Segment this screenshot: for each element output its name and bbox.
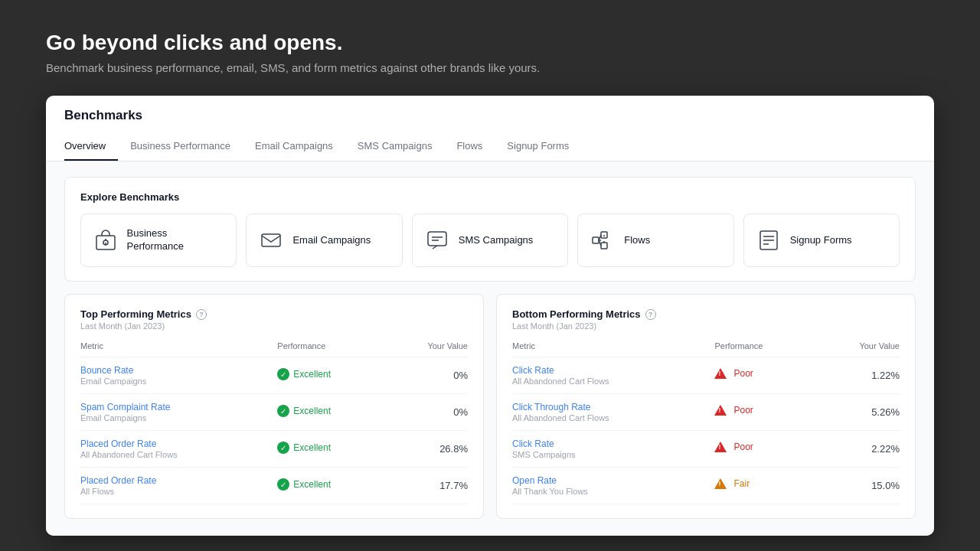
top-metrics-panel: Top Performing Metrics ? Last Month (Jan…	[64, 294, 484, 519]
explore-section: Explore Benchmarks Business Performance	[64, 177, 916, 282]
tab-signup-forms[interactable]: Signup Forms	[495, 134, 581, 161]
top-metrics-table: Metric Performance Your Value Bounce Rat…	[80, 341, 468, 504]
warning-red-icon	[714, 405, 727, 416]
signup-forms-label: Signup Forms	[790, 234, 852, 247]
email-campaigns-icon	[257, 227, 285, 254]
explore-card-sms-campaigns[interactable]: SMS Campaigns	[412, 214, 568, 267]
check-icon: ✓	[277, 478, 289, 491]
bottom-performance-3: Poor	[714, 431, 815, 468]
top-metrics-title: Top Performing Metrics ?	[80, 308, 468, 320]
window-title: Benchmarks	[64, 108, 916, 123]
business-performance-label: Business Performance	[126, 227, 225, 253]
top-metrics-period: Last Month (Jan 2023)	[80, 321, 468, 331]
svg-rect-8	[601, 243, 607, 249]
bottom-metrics-panel: Bottom Performing Metrics ? Last Month (…	[496, 294, 916, 519]
tab-flows[interactable]: Flows	[444, 134, 495, 161]
top-value-3: 26.8%	[386, 431, 468, 468]
top-value-2: 0%	[386, 394, 468, 431]
bottom-performance-4: Fair	[714, 468, 815, 504]
table-row: Placed Order Rate All Flows ✓ Excellent …	[80, 468, 468, 504]
warning-yellow-icon	[714, 478, 727, 489]
check-icon: ✓	[277, 405, 289, 417]
table-row: Click Rate All Abandoned Cart Flows Poor…	[512, 357, 900, 394]
bottom-value-3: 2.22%	[815, 431, 900, 468]
top-metric-3: Placed Order Rate All Abandoned Cart Flo…	[80, 431, 277, 468]
bottom-col-metric: Metric	[512, 341, 714, 357]
table-row: Click Rate SMS Campaigns Poor 2.22%	[512, 431, 900, 468]
top-metrics-info-icon[interactable]: ?	[196, 309, 207, 320]
explore-card-signup-forms[interactable]: Signup Forms	[743, 214, 900, 267]
svg-rect-6	[593, 237, 599, 243]
sms-campaigns-label: SMS Campaigns	[459, 234, 534, 247]
tab-email-campaigns[interactable]: Email Campaigns	[243, 134, 345, 161]
metrics-row: Top Performing Metrics ? Last Month (Jan…	[64, 294, 916, 519]
top-performance-1: ✓ Excellent	[277, 357, 386, 394]
check-icon: ✓	[277, 368, 289, 380]
table-row: Spam Complaint Rate Email Campaigns ✓ Ex…	[80, 394, 468, 431]
window-header: Benchmarks Overview Business Performance…	[46, 96, 934, 161]
bottom-metrics-table: Metric Performance Your Value Click Rate…	[512, 341, 900, 504]
window-body: Explore Benchmarks Business Performance	[46, 161, 934, 536]
bottom-metrics-info-icon[interactable]: ?	[645, 309, 656, 320]
email-campaigns-label: Email Campaigns	[292, 234, 371, 247]
bottom-metric-3: Click Rate SMS Campaigns	[512, 431, 714, 468]
bottom-value-1: 1.22%	[815, 357, 900, 394]
tab-sms-campaigns[interactable]: SMS Campaigns	[345, 134, 445, 161]
top-col-value: Your Value	[386, 341, 468, 357]
top-metric-2: Spam Complaint Rate Email Campaigns	[80, 394, 277, 431]
bottom-metric-4: Open Rate All Thank You Flows	[512, 468, 714, 504]
hero-title: Go beyond clicks and opens.	[46, 31, 934, 55]
flows-label: Flows	[624, 234, 650, 247]
business-performance-icon	[92, 227, 119, 254]
hero-subtitle: Benchmark business performance, email, S…	[46, 61, 934, 74]
top-performance-3: ✓ Excellent	[277, 431, 386, 468]
bottom-metrics-title: Bottom Performing Metrics ?	[512, 308, 900, 320]
bottom-metric-1: Click Rate All Abandoned Cart Flows	[512, 357, 714, 394]
app-window: Benchmarks Overview Business Performance…	[46, 96, 934, 536]
explore-card-business-performance[interactable]: Business Performance	[80, 214, 237, 267]
bottom-metrics-period: Last Month (Jan 2023)	[512, 321, 900, 331]
bottom-value-2: 5.26%	[815, 394, 900, 431]
top-metric-1: Bounce Rate Email Campaigns	[80, 357, 277, 394]
flows-icon	[589, 227, 616, 254]
table-row: Bounce Rate Email Campaigns ✓ Excellent …	[80, 357, 468, 394]
table-row: Open Rate All Thank You Flows Fair 15.0%	[512, 468, 900, 504]
top-performance-4: ✓ Excellent	[277, 468, 386, 504]
top-value-4: 17.7%	[386, 468, 468, 504]
tabs-nav: Overview Business Performance Email Camp…	[64, 134, 916, 161]
warning-red-icon	[714, 368, 727, 379]
bottom-metric-2: Click Through Rate All Abandoned Cart Fl…	[512, 394, 714, 431]
warning-red-icon	[714, 442, 727, 452]
explore-title: Explore Benchmarks	[80, 191, 900, 203]
top-col-performance: Performance	[277, 341, 386, 357]
explore-card-flows[interactable]: Flows	[577, 214, 733, 267]
bottom-col-performance: Performance	[714, 341, 815, 357]
top-performance-2: ✓ Excellent	[277, 394, 386, 431]
sms-campaigns-icon	[423, 227, 451, 254]
top-metric-4: Placed Order Rate All Flows	[80, 468, 277, 504]
tab-overview[interactable]: Overview	[64, 134, 118, 161]
bottom-performance-2: Poor	[714, 394, 815, 431]
svg-rect-3	[428, 232, 446, 246]
table-row: Placed Order Rate All Abandoned Cart Flo…	[80, 431, 468, 468]
bottom-performance-1: Poor	[714, 357, 815, 394]
explore-card-email-campaigns[interactable]: Email Campaigns	[246, 214, 402, 267]
signup-forms-icon	[755, 227, 782, 254]
svg-rect-2	[262, 234, 280, 246]
check-icon: ✓	[277, 442, 289, 454]
explore-cards: Business Performance Email Campaigns	[80, 214, 900, 267]
bottom-value-4: 15.0%	[815, 468, 900, 504]
tab-business-performance[interactable]: Business Performance	[118, 134, 243, 161]
top-value-1: 0%	[386, 357, 468, 394]
bottom-col-value: Your Value	[815, 341, 900, 357]
table-row: Click Through Rate All Abandoned Cart Fl…	[512, 394, 900, 431]
top-col-metric: Metric	[80, 341, 277, 357]
